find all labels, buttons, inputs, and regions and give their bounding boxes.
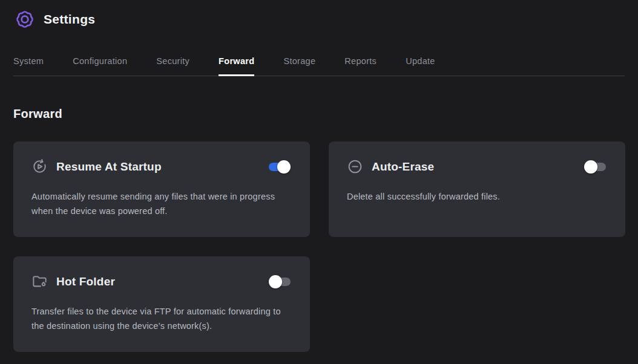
toggle-knob: [277, 160, 291, 174]
tab-system[interactable]: System: [13, 56, 44, 76]
card-auto-erase: Auto-Erase Delete all successfully forwa…: [329, 141, 625, 237]
tab-storage[interactable]: Storage: [283, 56, 315, 76]
settings-tab-bar: System Configuration Security Forward St…: [13, 56, 625, 76]
resume-icon: [31, 158, 48, 175]
auto-erase-toggle[interactable]: [584, 160, 606, 174]
app-header: Settings: [0, 0, 638, 30]
section-title: Forward: [13, 107, 625, 121]
settings-app: Settings System Configuration Security F…: [0, 0, 638, 352]
hot-folder-icon: [31, 273, 48, 290]
card-description: Transfer files to the device via FTP for…: [31, 304, 291, 333]
resume-at-startup-toggle[interactable]: [269, 160, 291, 174]
settings-gear-icon: [15, 9, 35, 30]
minus-circle-icon: [347, 158, 363, 175]
card-title: Hot Folder: [56, 275, 269, 288]
tab-update[interactable]: Update: [406, 56, 435, 76]
card-description: Automatically resume sending any files t…: [31, 189, 291, 218]
tab-reports[interactable]: Reports: [344, 56, 377, 76]
card-header: Resume At Startup: [31, 158, 291, 175]
toggle-knob: [584, 160, 597, 174]
tab-configuration[interactable]: Configuration: [73, 56, 127, 76]
card-title: Resume At Startup: [56, 160, 269, 174]
hot-folder-toggle[interactable]: [269, 275, 291, 288]
card-header: Auto-Erase: [347, 158, 606, 175]
toggle-knob: [269, 275, 282, 288]
tab-forward[interactable]: Forward: [219, 56, 254, 76]
app-title: Settings: [44, 12, 95, 27]
card-title: Auto-Erase: [372, 160, 584, 174]
card-description: Delete all successfully forwarded files.: [347, 189, 606, 204]
settings-cards: Resume At Startup Automatically resume s…: [13, 141, 625, 352]
card-header: Hot Folder: [31, 273, 291, 290]
card-resume-at-startup: Resume At Startup Automatically resume s…: [13, 141, 310, 237]
tab-security[interactable]: Security: [156, 56, 189, 76]
card-hot-folder: Hot Folder Transfer files to the device …: [13, 256, 310, 352]
